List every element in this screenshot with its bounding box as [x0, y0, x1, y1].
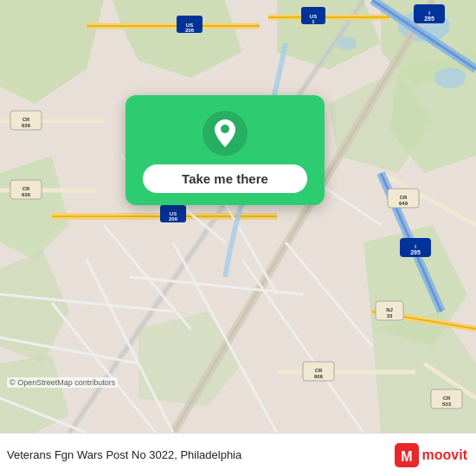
svg-text:CR: CR: [400, 195, 408, 200]
map-container: US 206 US 1 I 295 CR 636 CR 636 US 206 C…: [0, 0, 476, 433]
svg-text:636: 636: [22, 192, 31, 197]
svg-text:NJ: NJ: [386, 307, 393, 312]
take-me-there-button[interactable]: Take me there: [143, 164, 307, 193]
svg-text:M: M: [401, 449, 412, 464]
svg-text:606: 606: [314, 374, 324, 379]
svg-text:295: 295: [410, 249, 421, 255]
svg-point-84: [221, 125, 229, 133]
svg-text:206: 206: [169, 216, 178, 222]
svg-text:636: 636: [22, 123, 31, 128]
moovit-brand-text: moovit: [422, 447, 467, 463]
svg-text:CR: CR: [315, 368, 323, 373]
svg-text:CR: CR: [23, 186, 30, 191]
svg-text:295: 295: [424, 16, 434, 22]
location-card: Take me there: [125, 95, 325, 205]
svg-text:CR: CR: [443, 396, 451, 401]
svg-text:206: 206: [185, 28, 195, 33]
svg-point-14: [434, 68, 466, 88]
location-name: Veterans Fgn Wars Post No 3022, Philadel…: [7, 448, 395, 461]
svg-text:33: 33: [387, 313, 393, 318]
moovit-logo: M moovit: [395, 443, 467, 467]
osm-attribution: © OpenStreetMap contributors: [7, 377, 118, 388]
moovit-brand-icon: M: [395, 443, 419, 467]
svg-text:649: 649: [399, 201, 408, 206]
svg-text:CR: CR: [23, 117, 30, 122]
svg-text:533: 533: [442, 402, 452, 407]
pin-icon: [203, 111, 248, 156]
bottom-bar: Veterans Fgn Wars Post No 3022, Philadel…: [0, 433, 476, 476]
